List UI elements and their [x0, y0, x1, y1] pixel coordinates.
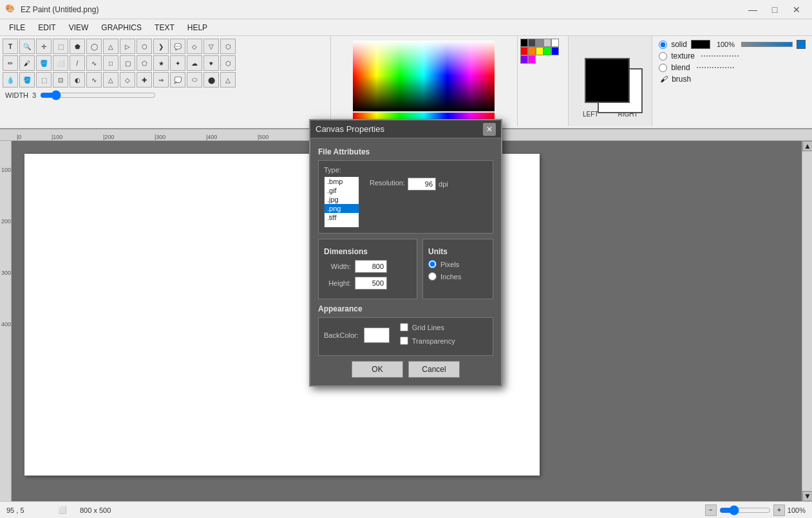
- shape-3d[interactable]: ⬡: [220, 39, 236, 54]
- cone-tool[interactable]: △: [220, 72, 236, 88]
- select-freeform-tool[interactable]: ⬟: [70, 39, 85, 54]
- zoom-in-btn[interactable]: +: [773, 504, 785, 516]
- shape-tool-2[interactable]: ▷: [120, 39, 135, 54]
- checkboxes-area: Grid Lines Transparency: [400, 323, 455, 347]
- eyedrop-tool[interactable]: 💧: [3, 72, 18, 88]
- menu-edit[interactable]: EDIT: [32, 21, 62, 34]
- line-tool[interactable]: /: [70, 55, 85, 71]
- brush-tool[interactable]: 🖌: [19, 55, 35, 71]
- move-tool[interactable]: ✛: [36, 39, 52, 54]
- right-panel: solid 100% texture blend 🖌 brush: [652, 36, 812, 126]
- shape-tool-4[interactable]: ❯: [153, 39, 169, 54]
- cross-tool[interactable]: ✚: [137, 72, 152, 88]
- menu-view[interactable]: VIEW: [62, 21, 95, 34]
- resolution-input[interactable]: [408, 178, 436, 190]
- inches-radio[interactable]: [428, 272, 437, 281]
- swatch-purple[interactable]: [520, 55, 528, 64]
- solid-radio[interactable]: [659, 41, 667, 49]
- type-resolution-row: Type: .bmp .gif .jpg .png .tiff Resoluti…: [324, 166, 487, 228]
- cylinder-tool[interactable]: ⬭: [187, 72, 202, 88]
- heart-tool[interactable]: ♥: [203, 55, 219, 71]
- shape-tool-5[interactable]: 💬: [170, 39, 185, 54]
- file-type-png[interactable]: .png: [325, 204, 359, 213]
- scroll-down-btn[interactable]: ▼: [802, 491, 812, 501]
- swatch-red[interactable]: [520, 47, 528, 55]
- zoom-slider[interactable]: [719, 505, 771, 515]
- 3d-box-tool[interactable]: ⬡: [220, 55, 236, 71]
- magnify-tool[interactable]: 🔍: [19, 39, 35, 54]
- height-input[interactable]: [355, 277, 387, 290]
- crop-tool[interactable]: ⊡: [53, 72, 68, 88]
- pencil-tool[interactable]: ✏: [3, 55, 18, 71]
- transparency-checkbox[interactable]: [400, 337, 408, 345]
- dialog-close-button[interactable]: ✕: [483, 123, 496, 136]
- curve-tool[interactable]: ∿: [86, 55, 102, 71]
- star2-tool[interactable]: ✦: [170, 55, 185, 71]
- swatch-blue[interactable]: [551, 47, 559, 55]
- swatch-white[interactable]: [551, 39, 559, 47]
- sphere-tool[interactable]: ⬤: [203, 72, 219, 88]
- diamond-tool[interactable]: ◇: [120, 72, 135, 88]
- stamp-tool[interactable]: ⬚: [36, 72, 52, 88]
- swatch-darkgray[interactable]: [528, 39, 536, 47]
- dialog-titlebar: Canvas Properties ✕: [310, 120, 501, 138]
- width-slider[interactable]: [40, 90, 156, 100]
- file-type-tiff[interactable]: .tiff: [325, 213, 359, 222]
- opacity-bar[interactable]: [741, 42, 793, 47]
- eraser-tool[interactable]: ⬜: [53, 55, 68, 71]
- smudge-tool[interactable]: ∿: [86, 72, 102, 88]
- blend-label: blend: [671, 63, 690, 72]
- shape-tool-6[interactable]: ◇: [187, 39, 202, 54]
- backcolor-swatch[interactable]: [364, 328, 390, 343]
- texture-radio[interactable]: [659, 52, 667, 60]
- close-button[interactable]: ✕: [786, 3, 807, 17]
- left-color-box[interactable]: [585, 58, 630, 103]
- callout-tool[interactable]: 💭: [170, 72, 185, 88]
- fill-tool[interactable]: 🪣: [36, 55, 52, 71]
- file-type-gif[interactable]: .gif: [325, 186, 359, 195]
- menu-help[interactable]: HELP: [181, 21, 214, 34]
- arrow-tool[interactable]: ⇒: [153, 72, 169, 88]
- file-type-jpg[interactable]: .jpg: [325, 195, 359, 204]
- swatch-orange[interactable]: [528, 47, 536, 55]
- cancel-button[interactable]: Cancel: [408, 361, 460, 378]
- ok-button[interactable]: OK: [352, 361, 403, 378]
- width-input[interactable]: [355, 260, 387, 273]
- menu-graphics[interactable]: GRAPHICS: [95, 21, 148, 34]
- text-tool[interactable]: T: [3, 39, 18, 54]
- rect-tool[interactable]: □: [103, 55, 118, 71]
- file-type-list[interactable]: .bmp .gif .jpg .png .tiff: [324, 176, 359, 228]
- paint-bucket2[interactable]: 🪣: [19, 72, 35, 88]
- solid-preview: [691, 40, 710, 49]
- vertical-scrollbar[interactable]: ▲ ▼: [802, 141, 812, 501]
- shape-tool-1[interactable]: △: [103, 39, 118, 54]
- scroll-up-btn[interactable]: ▲: [802, 141, 812, 151]
- menu-text[interactable]: TEXT: [148, 21, 181, 34]
- shape-tool-7[interactable]: ▽: [203, 39, 219, 54]
- gridlines-checkbox[interactable]: [400, 323, 408, 331]
- maximize-button[interactable]: □: [764, 3, 785, 17]
- ellipse-sel-tool[interactable]: ◯: [86, 39, 102, 54]
- star-tool[interactable]: ★: [153, 55, 169, 71]
- brush-icon: 🖌: [660, 75, 668, 84]
- swatch-yellow[interactable]: [536, 47, 543, 55]
- menu-file[interactable]: FILE: [3, 21, 32, 34]
- triangle-tool[interactable]: △: [103, 72, 118, 88]
- rounded-rect-tool[interactable]: ▢: [120, 55, 135, 71]
- polygon-tool[interactable]: ⬠: [137, 55, 152, 71]
- file-type-bmp[interactable]: .bmp: [325, 177, 359, 186]
- dodge-tool[interactable]: ◐: [70, 72, 85, 88]
- swatch-black[interactable]: [520, 39, 528, 47]
- swatch-magenta[interactable]: [528, 55, 536, 64]
- shape-tool-3[interactable]: ⬡: [137, 39, 152, 54]
- swatch-green[interactable]: [543, 47, 551, 55]
- cloud-tool[interactable]: ☁: [187, 55, 202, 71]
- pixels-radio[interactable]: [428, 260, 437, 268]
- swatch-lightgray[interactable]: [543, 39, 551, 47]
- zoom-out-btn[interactable]: −: [705, 504, 717, 516]
- select-rect-tool[interactable]: ⬚: [53, 39, 68, 54]
- gradient-picker[interactable]: [353, 41, 495, 111]
- minimize-button[interactable]: —: [742, 3, 763, 17]
- swatch-gray[interactable]: [536, 39, 543, 47]
- blend-radio[interactable]: [659, 64, 667, 72]
